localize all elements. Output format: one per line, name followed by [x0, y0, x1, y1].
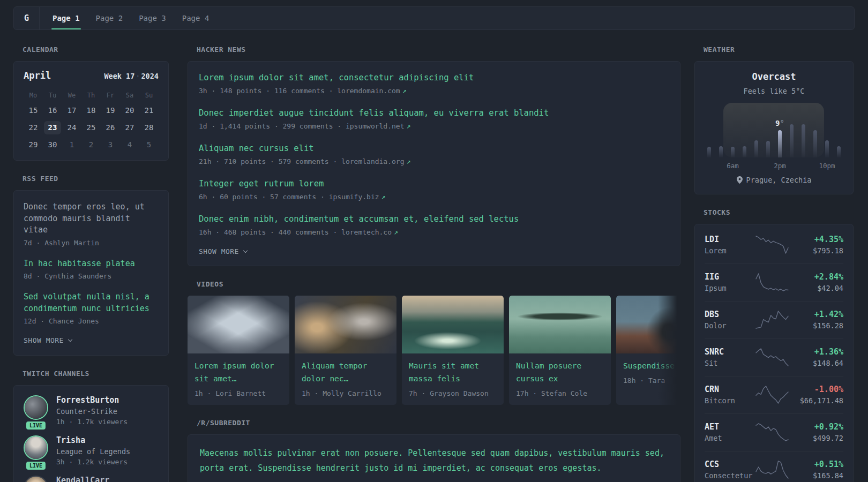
stock-row[interactable]: CRN Bitcorn -1.00% $66,171.48 — [705, 376, 843, 413]
twitch-channel-row[interactable]: LIVE ForrestBurton Counter-Strike 1h · 1… — [24, 395, 159, 426]
stock-sparkline — [755, 385, 789, 404]
video-thumbnail[interactable] — [295, 296, 396, 353]
calendar-weekday-label: Sa — [126, 91, 133, 100]
twitch-channel-row[interactable]: KendallCarr — [24, 476, 159, 482]
video-title[interactable]: Nullam posuere cursus ex — [516, 359, 604, 385]
hackernews-item-meta-text[interactable]: 16h · 468 points · 440 comments · loremt… — [199, 228, 392, 236]
video-card-body: Nullam posuere cursus ex 17h · Stefan Co… — [509, 353, 611, 405]
hackernews-item-meta-text[interactable]: 6h · 60 points · 57 comments · ipsumify.… — [199, 193, 379, 201]
stock-ticker: AET — [705, 422, 754, 432]
tab-page-3[interactable]: Page 3 — [138, 7, 167, 29]
video-card[interactable]: Mauris sit amet massa felis 7h · Grayson… — [402, 296, 504, 405]
stock-change: -1.00% — [790, 385, 843, 394]
video-title[interactable]: Suspendisse diam — [623, 359, 680, 372]
rss-item-title[interactable]: In hac habitasse platea — [24, 258, 159, 270]
tab-page-2[interactable]: Page 2 — [95, 7, 124, 29]
subreddit-card: Maecenas mollis pulvinar erat non posuer… — [188, 434, 680, 482]
stock-ticker: CCS — [705, 460, 754, 469]
hackernews-item-meta-text[interactable]: 3h · 148 points · 116 comments · loremdo… — [199, 87, 400, 95]
calendar-week-label: Week 17 — [104, 72, 134, 80]
hackernews-item: Lorem ipsum dolor sit amet, consectetur … — [199, 72, 669, 95]
rss-card: Donec tempor eros leo, ut commodo mauris… — [13, 190, 169, 356]
weather-hour-label: 10pm — [819, 162, 835, 170]
rss-item-title[interactable]: Donec tempor eros leo, ut commodo mauris… — [24, 201, 159, 236]
stock-id: IIG Ipsum — [705, 272, 754, 292]
twitch-channel-row[interactable]: LIVE Trisha League of Legends 3h · 1.2k … — [24, 435, 159, 466]
hackernews-item: Aliquam nec cursus elit 21h · 710 points… — [199, 142, 669, 165]
twitch-channel-meta: 3h · 1.2k viewers — [56, 458, 130, 466]
rss-item: Donec tempor eros leo, ut commodo mauris… — [24, 201, 159, 247]
stock-row[interactable]: LDI Lorem +4.35% $795.18 — [705, 227, 843, 263]
video-thumbnail[interactable] — [188, 296, 289, 353]
weather-bar — [837, 146, 841, 157]
live-badge: LIVE — [26, 421, 46, 430]
calendar-header-row: April Week 17·2024 — [24, 70, 159, 81]
video-title[interactable]: Lorem ipsum dolor sit amet consectetu… — [194, 359, 282, 385]
stock-id: DBS Dolor — [705, 310, 754, 330]
twitch-avatar-wrap: LIVE — [24, 435, 48, 466]
video-thumbnail[interactable] — [616, 296, 680, 353]
stock-row[interactable]: IIG Ipsum +2.84% $42.04 — [705, 263, 843, 301]
twitch-channel-game: Counter-Strike — [56, 407, 128, 416]
twitch-channel-name[interactable]: KendallCarr — [56, 476, 109, 482]
weather-bar-fill — [719, 146, 723, 157]
video-title[interactable]: Mauris sit amet massa felis — [409, 359, 497, 385]
stock-row[interactable]: AET Amet +0.92% $499.72 — [705, 413, 843, 451]
video-card-body: Suspendisse diam 18h · Tara — [616, 353, 680, 392]
stock-row[interactable]: CCS Consectetur +0.51% $165.84 — [705, 451, 843, 482]
stock-values: +0.92% $499.72 — [790, 422, 843, 442]
tab-page-1[interactable]: Page 1 — [51, 7, 81, 29]
stock-sparkline — [755, 348, 789, 367]
weather-bar-fill — [731, 147, 735, 157]
hackernews-show-more-button[interactable]: SHOW MORE — [199, 247, 669, 255]
hackernews-item-meta-text[interactable]: 1d · 1,414 points · 299 comments · ipsum… — [199, 122, 405, 130]
right-column: WEATHER Overcast Feels like 5°C 6am9°2pm… — [694, 46, 854, 482]
weather-bar-fill — [813, 130, 817, 157]
hackernews-item-meta-text[interactable]: 21h · 710 points · 579 comments · loreml… — [199, 157, 405, 165]
calendar-weekday-label: Th — [87, 91, 95, 100]
rss-item: Sed volutpat nulla nisl, a condimentum n… — [24, 291, 159, 325]
app-logo[interactable]: G — [14, 7, 40, 29]
sparkline-chart — [755, 348, 789, 367]
tab-page-4[interactable]: Page 4 — [181, 7, 211, 29]
weather-bar-fill — [743, 146, 746, 157]
twitch-section: TWITCH CHANNELS LIVE ForrestBurton Count… — [13, 370, 169, 482]
stock-price: $795.18 — [790, 246, 843, 255]
stock-row[interactable]: DBS Dolor +1.42% $156.28 — [705, 301, 843, 338]
external-link-icon: ↗ — [402, 87, 407, 95]
hackernews-item-title[interactable]: Lorem ipsum dolor sit amet, consectetur … — [199, 72, 669, 84]
hackernews-item: Donec imperdiet augue tincidunt felis al… — [199, 107, 669, 130]
hackernews-item-title[interactable]: Donec imperdiet augue tincidunt felis al… — [199, 107, 669, 119]
video-meta: 17h · Stefan Cole — [516, 389, 604, 397]
video-card[interactable]: Lorem ipsum dolor sit amet consectetu… 1… — [188, 296, 289, 405]
stock-change: +4.35% — [790, 235, 843, 244]
calendar-year: 2024 — [141, 72, 159, 80]
hackernews-item-title[interactable]: Integer eget rutrum lorem — [199, 178, 669, 190]
stock-price: $156.28 — [790, 321, 843, 330]
subreddit-post-title[interactable]: Maecenas mollis pulvinar erat non posuer… — [200, 446, 668, 476]
video-thumbnail[interactable] — [402, 296, 504, 353]
video-card[interactable]: Aliquam tempor dolor nec pharetra… 1h · … — [295, 296, 396, 405]
video-title[interactable]: Aliquam tempor dolor nec pharetra… — [302, 359, 390, 385]
stock-ticker: IIG — [705, 272, 754, 282]
twitch-channel-name[interactable]: Trisha — [56, 435, 130, 445]
stock-change: +0.92% — [790, 422, 843, 432]
video-card[interactable]: Suspendisse diam 18h · Tara — [616, 296, 680, 405]
top-navigation-bar: G Page 1 Page 2 Page 3 Page 4 — [13, 6, 855, 30]
rss-item-title[interactable]: Sed volutpat nulla nisl, a condimentum n… — [24, 291, 159, 314]
stock-name: Sit — [705, 359, 754, 367]
stock-row[interactable]: SNRC Sit +1.36% $148.64 — [705, 338, 843, 376]
rss-show-more-button[interactable]: SHOW MORE — [24, 336, 159, 344]
calendar-day: 28 — [140, 121, 158, 134]
stock-sparkline — [755, 460, 789, 479]
calendar-day: 19 — [102, 104, 119, 117]
stock-values: +0.51% $165.84 — [790, 460, 843, 480]
videos-section: VIDEOS Lorem ipsum dolor sit amet consec… — [188, 280, 680, 405]
hackernews-item-title[interactable]: Donec enim nibh, condimentum et accumsan… — [199, 213, 669, 225]
video-card[interactable]: Nullam posuere cursus ex 17h · Stefan Co… — [509, 296, 611, 405]
weather-bar-fill — [707, 147, 711, 157]
video-thumbnail[interactable] — [509, 296, 611, 353]
twitch-channel-name[interactable]: ForrestBurton — [56, 395, 128, 405]
calendar-day: 2 — [83, 138, 100, 152]
hackernews-item-title[interactable]: Aliquam nec cursus elit — [199, 142, 669, 154]
